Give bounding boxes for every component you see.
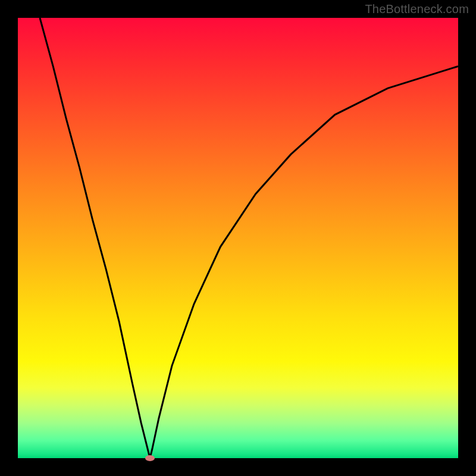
chart-curve-svg <box>18 18 458 458</box>
chart-minimum-marker <box>145 455 155 461</box>
chart-curve <box>40 18 458 458</box>
watermark-text: TheBottleneck.com <box>365 2 469 16</box>
